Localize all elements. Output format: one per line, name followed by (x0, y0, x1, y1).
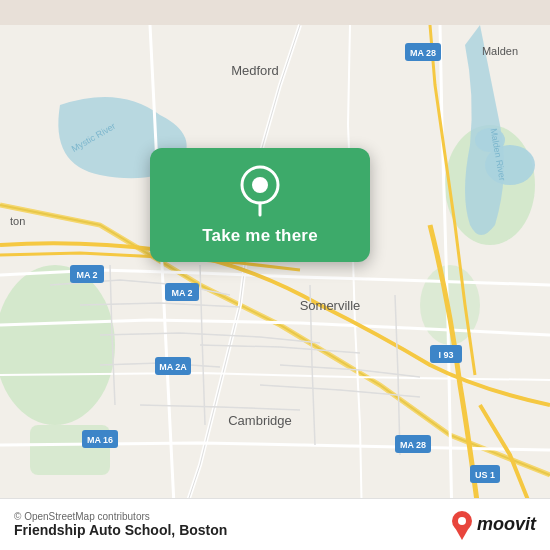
svg-text:Somerville: Somerville (300, 298, 361, 313)
svg-text:MA 28: MA 28 (400, 440, 426, 450)
bottom-bar: © OpenStreetMap contributors Friendship … (0, 498, 550, 550)
take-me-there-card[interactable]: Take me there (150, 148, 370, 262)
svg-text:MA 2A: MA 2A (159, 362, 187, 372)
svg-text:Medford: Medford (231, 63, 279, 78)
map-svg: MA 2 MA 2 MA 2A MA 16 MA 28 MA 28 I 93 U… (0, 0, 550, 550)
map-container: MA 2 MA 2 MA 2A MA 16 MA 28 MA 28 I 93 U… (0, 0, 550, 550)
svg-point-31 (252, 177, 268, 193)
svg-point-1 (0, 265, 115, 425)
svg-text:Cambridge: Cambridge (228, 413, 292, 428)
svg-text:MA 2: MA 2 (76, 270, 97, 280)
moovit-pin-icon (451, 510, 473, 540)
svg-text:MA 16: MA 16 (87, 435, 113, 445)
svg-point-34 (458, 517, 466, 525)
location-name: Friendship Auto School, Boston (14, 522, 227, 538)
svg-text:US 1: US 1 (475, 470, 495, 480)
moovit-logo: moovit (451, 510, 536, 540)
svg-text:I 93: I 93 (438, 350, 453, 360)
svg-text:MA 28: MA 28 (410, 48, 436, 58)
moovit-text: moovit (477, 514, 536, 535)
take-me-there-button[interactable]: Take me there (202, 226, 318, 246)
location-pin-icon (235, 166, 285, 216)
svg-text:Malden: Malden (482, 45, 518, 57)
svg-text:MA 2: MA 2 (171, 288, 192, 298)
svg-text:ton: ton (10, 215, 25, 227)
copyright-text: © OpenStreetMap contributors (14, 511, 227, 522)
bottom-info: © OpenStreetMap contributors Friendship … (14, 511, 227, 538)
